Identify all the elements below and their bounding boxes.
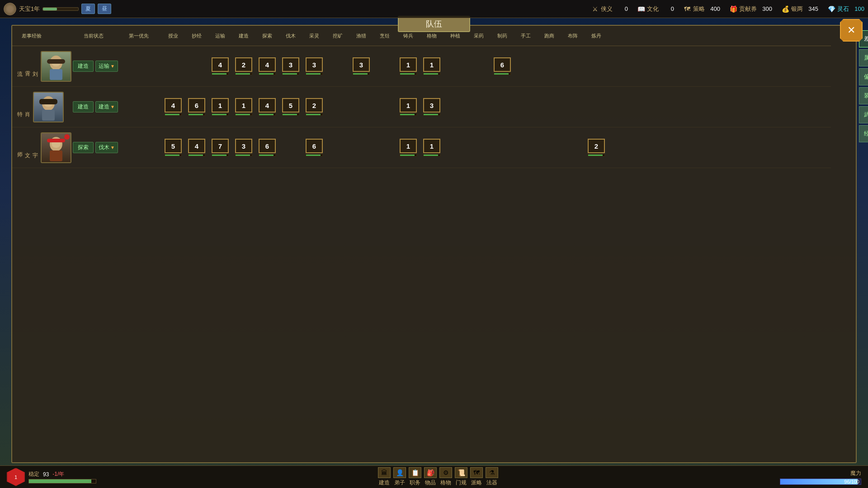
skill-cell-tansuo-3[interactable]: 6 xyxy=(255,127,279,168)
skill-value: 5 xyxy=(282,98,299,113)
skill-cell-zhubing-1[interactable]: 1 xyxy=(396,46,420,86)
skill-cell-tansuo-2[interactable]: 4 xyxy=(255,87,279,127)
zhiwu-label: 职务 xyxy=(410,479,420,487)
stability-bar xyxy=(28,479,96,483)
header-priority: 第一优先 xyxy=(129,33,149,39)
skill-cell-tansuo-1[interactable]: 4 xyxy=(255,46,279,86)
wenhua-label: 文化 xyxy=(647,5,659,13)
skill-cell-chaojing-3[interactable]: 4 xyxy=(185,127,208,168)
skill-cell-cailing-3[interactable]: 6 xyxy=(302,127,326,168)
mengui-icon: 📜 xyxy=(455,467,467,478)
skill-cell-jianzao-1[interactable]: 2 xyxy=(232,46,255,86)
char-badge-3 xyxy=(64,134,70,140)
close-button[interactable]: ✕ xyxy=(840,19,863,42)
bottom-left: 1 稳定 93 -1/年 xyxy=(7,468,96,486)
lingshi-value: 100 xyxy=(851,5,864,12)
stability-value: 93 xyxy=(43,471,49,478)
char-portrait-2[interactable] xyxy=(33,92,64,122)
skill-cell-cailing-1[interactable]: 3 xyxy=(302,46,326,86)
faqi-label: 法器 xyxy=(486,479,497,487)
priority-tag-1[interactable]: 运输▼ xyxy=(95,61,118,72)
priority-tag-3[interactable]: 伐木▼ xyxy=(95,142,118,153)
skill-value: 1 xyxy=(400,98,417,113)
skill-cell-jianzao-3[interactable]: 3 xyxy=(232,127,255,168)
skill-cell-yunshu-3[interactable]: 7 xyxy=(208,127,232,168)
skill-cell-gewu-1[interactable]: 1 xyxy=(420,46,443,86)
stability-bar-fill xyxy=(29,479,91,483)
skill-cell-yulie-1[interactable]: 3 xyxy=(349,46,373,86)
lingshi-icon: 💎 xyxy=(827,5,835,13)
tab-jingmai[interactable]: 经脉 xyxy=(859,125,868,142)
btn-gewu[interactable]: ⚙ 格物 xyxy=(439,467,452,487)
char-info-3: 宇文师 xyxy=(12,127,71,168)
skill-bar xyxy=(400,73,417,75)
tab-wuxue[interactable]: 武学 xyxy=(859,106,868,123)
header-shougong: 手工 xyxy=(514,33,538,39)
char-portrait-3[interactable] xyxy=(41,132,71,163)
skill-cell-liandan-3[interactable]: 2 xyxy=(585,127,608,168)
skill-cell-cailing-2[interactable]: 2 xyxy=(302,87,326,127)
skill-cell-chaojing-2[interactable]: 6 xyxy=(185,87,208,127)
tab-pianhao[interactable]: 偏好 xyxy=(859,68,868,85)
header-buzhen: 布阵 xyxy=(561,33,585,39)
btn-pailue[interactable]: 🗺 派略 xyxy=(470,467,483,487)
skill-bar xyxy=(235,154,252,156)
btn-mengui[interactable]: 📜 门规 xyxy=(455,467,467,487)
char-portrait-1[interactable] xyxy=(41,51,71,82)
skill-value: 2 xyxy=(235,57,252,72)
lingshi-label: 灵石 xyxy=(837,5,849,13)
celue-icon: 🗺 xyxy=(683,5,691,13)
btn-zhiwu[interactable]: 📋 职务 xyxy=(409,467,421,487)
btn-dizi[interactable]: 👤 弟子 xyxy=(393,467,406,487)
header-tansuo: 探索 xyxy=(255,33,279,39)
stability-change: -1/年 xyxy=(52,470,64,478)
yinliang-label: 银两 xyxy=(791,5,803,13)
skill-cell-zhubing-2[interactable]: 1 xyxy=(396,87,420,127)
skill-cell-famu-1[interactable]: 3 xyxy=(279,46,302,86)
wenhua-value: 0 xyxy=(660,5,674,12)
character-list: 刘霄流 建造 运输▼ xyxy=(12,46,831,462)
wupin-label: 物品 xyxy=(425,479,436,487)
skill-cell-famu-2[interactable]: 5 xyxy=(279,87,302,127)
char-info-2: 肖特 xyxy=(12,87,71,127)
skill-value: 4 xyxy=(188,139,205,153)
btn-wupin[interactable]: 🎒 物品 xyxy=(424,467,437,487)
skill-cell-yunshu-1[interactable]: 4 xyxy=(208,46,232,86)
skill-bar xyxy=(588,154,605,156)
day-button[interactable]: 昼 xyxy=(98,4,111,14)
skill-bar xyxy=(306,73,323,75)
header-zhiyao: 制药 xyxy=(491,33,514,39)
priority-tag-2[interactable]: 建造▼ xyxy=(95,101,118,113)
skill-value: 6 xyxy=(306,139,323,153)
bottom-bar: 1 稳定 93 -1/年 🏛 建造 👤 弟子 📋 职务 🎒 xyxy=(0,465,868,488)
skill-cell-gewu-2[interactable]: 3 xyxy=(420,87,443,127)
status-tag-1[interactable]: 建造 xyxy=(73,61,94,72)
pailue-icon: 🗺 xyxy=(470,467,483,478)
skill-cell-shouye-2[interactable]: 4 xyxy=(161,87,185,127)
status-tag-2[interactable]: 建造 xyxy=(73,101,94,113)
summer-button[interactable]: 夏 xyxy=(81,4,95,14)
yinliang-value: 345 xyxy=(805,5,818,12)
skill-bar xyxy=(259,154,276,156)
skill-cell-gewu-3[interactable]: 1 xyxy=(420,127,443,168)
skill-bar xyxy=(423,113,440,116)
status-tag-3[interactable]: 探索 xyxy=(73,142,94,153)
tab-shuxing[interactable]: 属性 xyxy=(859,49,868,66)
tab-zhuangbei[interactable]: 装备 xyxy=(859,87,868,104)
skill-bar xyxy=(282,73,299,75)
header-gewu: 格物 xyxy=(420,33,443,39)
skill-cell-yunshu-2[interactable]: 1 xyxy=(208,87,232,127)
skill-cell-zhiyao-1[interactable]: 6 xyxy=(491,46,514,86)
skill-value: 2 xyxy=(588,139,605,153)
skill-cell-zhubing-3[interactable]: 1 xyxy=(396,127,420,168)
btn-faqi[interactable]: ⚗ 法器 xyxy=(486,467,498,487)
skill-value: 1 xyxy=(212,98,229,113)
btn-jianzao[interactable]: 🏛 建造 xyxy=(378,467,391,487)
svg-rect-7 xyxy=(39,99,57,104)
skill-bar xyxy=(188,113,205,116)
skill-value: 1 xyxy=(400,57,417,72)
skill-bar xyxy=(212,73,229,75)
skill-cell-jianzao-2[interactable]: 1 xyxy=(232,87,255,127)
skill-cell-shouye-3[interactable]: 5 xyxy=(161,127,185,168)
mengui-label: 门规 xyxy=(456,479,467,487)
